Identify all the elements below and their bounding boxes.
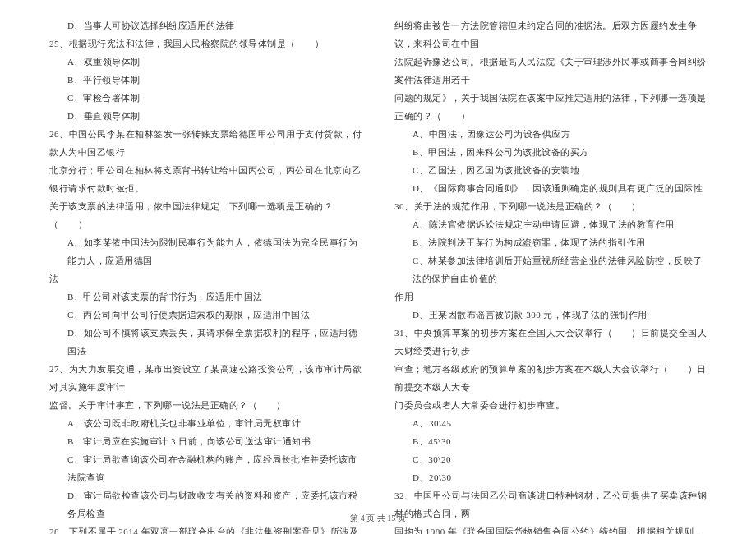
text-line: 审查；地方各级政府的预算草案的初步方案在本级人大会议举行（ ）日前提交本级人大专: [394, 360, 707, 396]
text-line: 监督。关于审计事宜，下列哪一说法是正确的？（ ）: [49, 396, 362, 414]
text-line: B、审计局应在实施审计 3 日前，向该公司送达审计通知书: [49, 432, 362, 450]
left-column: D、当事人可协议选择纠纷应适用的法律25、根据现行宪法和法律，我国人民检察院的领…: [41, 16, 378, 526]
text-line: B、45\30: [394, 432, 707, 450]
document-page: D、当事人可协议选择纠纷应适用的法律25、根据现行宪法和法律，我国人民检察院的领…: [0, 0, 756, 534]
text-line: 关于该支票的法律适用，依中国法律规定，下列哪一选项是正确的？（ ）: [49, 197, 362, 233]
text-line: A、中国法，因豫达公司为设备供应方: [394, 125, 707, 143]
text-line: D、当事人可协议选择纠纷应适用的法律: [49, 16, 362, 35]
text-line: A、该公司既非政府机关也非事业单位，审计局无权审计: [49, 414, 362, 432]
text-line: 30、关于法的规范作用，下列哪一说法是正确的？（ ）: [394, 197, 707, 215]
text-line: 25、根据现行宪法和法律，我国人民检察院的领导体制是（ ）: [49, 35, 362, 53]
text-line: 27、为大力发展交通，某市出资设立了某高速公路投资公司，该市审计局欲对其实施年度…: [49, 360, 362, 396]
text-line: 北京分行；甲公司在柏林将支票背书转让给中国丙公司，丙公司在北京向乙银行请求付款时…: [49, 161, 362, 197]
right-column: 纠纷将由被告一方法院管辖但未约定合同的准据法。后双方因履约发生争议，来科公司在中…: [378, 16, 715, 526]
text-line: 国均为 1980 年《联合国国际货物销售合同公约》缔约国。根据相关规则，下列哪一…: [394, 522, 707, 534]
text-line: A、陈法官依据诉讼法规定主动申请回避，体现了法的教育作用: [394, 215, 707, 233]
text-line: 作用: [394, 288, 707, 306]
text-line: 门委员会或者人大常委会进行初步审查。: [394, 396, 707, 414]
text-line: D、《国际商事合同通则》，因该通则确定的规则具有更广泛的国际性: [394, 179, 707, 197]
text-line: C、审计局欲查询该公司在金融机构的账户，应经局长批准并委托该市法院查询: [49, 450, 362, 486]
text-line: C、审检合署体制: [49, 89, 362, 107]
text-line: 问题的规定》，关于我国法院在该案中应推定适用的法律，下列哪一选项是正确的？（ ）: [394, 89, 707, 125]
text-line: C、丙公司向甲公司行使票据追索权的期限，应适用中国法: [49, 306, 362, 324]
text-line: A、双重领导体制: [49, 53, 362, 71]
text-line: 法院起诉豫达公司。根据最高人民法院《关于审理涉外民事或商事合同纠纷案件法律适用若…: [394, 53, 707, 89]
text-line: A、如李某依中国法为限制民事行为能力人，依德国法为完全民事行为能力人，应适用德国: [49, 233, 362, 269]
text-line: B、法院判决王某行为构成盗窃罪，体现了法的指引作用: [394, 233, 707, 251]
text-line: 31、中央预算草案的初步方案在全国人大会议举行（ ）日前提交全国人大财经委进行初…: [394, 324, 707, 360]
text-line: 法: [49, 269, 362, 288]
text-line: 28、下列不属于 2014 年双高一部联合出台的《非法集资刑案意见》所涉及的问题…: [49, 522, 362, 534]
text-line: 26、中国公民李某在柏林签发一张转账支票给德国甲公司用于支付货款，付款人为中国乙…: [49, 125, 362, 161]
text-line: D、20\30: [394, 468, 707, 486]
text-line: B、平行领导体制: [49, 71, 362, 89]
text-line: B、甲公司对该支票的背书行为，应适用中国法: [49, 288, 362, 306]
text-line: D、王某因散布谣言被罚款 300 元，体现了法的强制作用: [394, 306, 707, 324]
text-line: B、甲国法，因来科公司为该批设备的买方: [394, 143, 707, 161]
text-line: D、垂直领导体制: [49, 107, 362, 125]
text-line: 纠纷将由被告一方法院管辖但未约定合同的准据法。后双方因履约发生争议，来科公司在中…: [394, 16, 707, 53]
text-line: C、乙国法，因乙国为该批设备的安装地: [394, 161, 707, 179]
text-line: D、如公司不慎将该支票丢失，其请求保全票据权利的程序，应适用德国法: [49, 324, 362, 360]
text-line: C、林某参加法律培训后开始重视所经营企业的法律风险防控，反映了法的保护自由价值的: [394, 251, 707, 288]
text-line: A、30\45: [394, 414, 707, 432]
text-line: C、30\20: [394, 450, 707, 468]
page-footer: 第 4 页 共 15 页: [0, 513, 756, 524]
